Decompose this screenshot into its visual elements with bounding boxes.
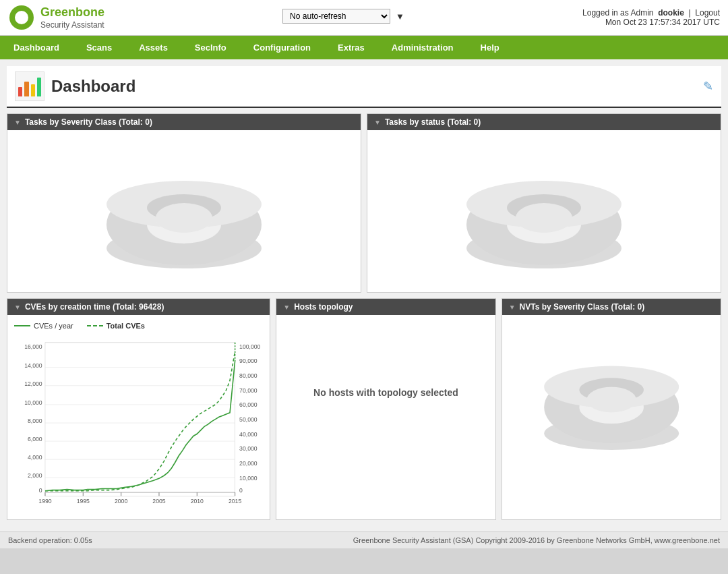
no-hosts-text: No hosts with topology selected — [313, 387, 458, 398]
cve-body: CVEs / year Total CVEs 16,000 14,000 12, — [7, 315, 270, 519]
nvt-donut — [509, 328, 714, 463]
nav-assets[interactable]: Assets — [125, 36, 181, 59]
svg-text:40,000: 40,000 — [239, 431, 257, 438]
cve-chevron[interactable]: ▼ — [14, 304, 21, 311]
topology-header: ▼ Hosts topology — [276, 299, 495, 315]
svg-point-63 — [586, 387, 636, 413]
legend-solid-line — [14, 325, 30, 326]
severity-class-title: Tasks by Severity Class (Total: 0) — [25, 117, 152, 127]
topology-title: Hosts topology — [294, 302, 353, 312]
nvt-title: NVTs by Severity Class (Total: 0) — [520, 302, 645, 312]
svg-text:20,000: 20,000 — [239, 460, 257, 467]
dashboard-grid: ▼ Tasks by Severity Class (Total: 0) — [7, 113, 721, 520]
bottom-row: ▼ CVEs by creation time (Total: 96428) C… — [7, 298, 721, 520]
nvt-chevron[interactable]: ▼ — [509, 304, 516, 311]
severity-donut-container — [14, 144, 354, 279]
dropdown-arrow: ▼ — [396, 11, 404, 22]
refresh-select[interactable]: No auto-refresh — [282, 9, 390, 24]
header: G Greenbone Security Assistant No auto-r… — [0, 0, 728, 36]
svg-text:100,000: 100,000 — [239, 343, 260, 350]
page-title-area: Dashboard ✎ — [7, 66, 721, 108]
topology-body: No hosts with topology selected — [276, 315, 495, 470]
topology-chevron[interactable]: ▼ — [283, 304, 290, 311]
status-panel: ▼ Tasks by status (Total: 0) — [367, 113, 721, 293]
nav-administration[interactable]: Administration — [378, 36, 467, 59]
cve-chart-area: 16,000 14,000 12,000 10,000 8,000 6,000 … — [14, 335, 263, 513]
svg-text:80,000: 80,000 — [239, 372, 257, 379]
svg-text:2000: 2000 — [115, 498, 127, 505]
svg-text:0: 0 — [239, 487, 243, 494]
svg-text:10,000: 10,000 — [239, 475, 257, 482]
legend-solid-label: CVEs / year — [34, 322, 73, 330]
cve-legend: CVEs / year Total CVEs — [14, 322, 145, 330]
content: Dashboard ✎ ▼ Tasks by Severity Class (T… — [0, 59, 728, 532]
svg-text:70,000: 70,000 — [239, 387, 257, 394]
datetime: Mon Oct 23 17:57:34 2017 UTC — [605, 18, 720, 27]
svg-rect-35 — [45, 343, 235, 496]
svg-point-14 — [516, 203, 572, 233]
status-donut — [374, 144, 714, 279]
svg-text:60,000: 60,000 — [239, 401, 257, 408]
svg-text:0: 0 — [39, 487, 42, 494]
logged-in-label: Logged in as Admin — [582, 8, 653, 18]
status-header: ▼ Tasks by status (Total: 0) — [367, 114, 721, 130]
severity-class-panel: ▼ Tasks by Severity Class (Total: 0) — [7, 113, 361, 293]
nav-dashboard[interactable]: Dashboard — [0, 36, 73, 59]
status-body — [367, 130, 721, 292]
cve-chart-svg: 16,000 14,000 12,000 10,000 8,000 6,000 … — [14, 335, 263, 511]
legend-cves-per-year: CVEs / year — [14, 322, 73, 330]
cve-header: ▼ CVEs by creation time (Total: 96428) — [7, 299, 270, 315]
severity-donut — [14, 144, 354, 279]
nav-scans[interactable]: Scans — [73, 36, 125, 59]
nav-help[interactable]: Help — [467, 36, 513, 59]
severity-class-body — [7, 130, 361, 292]
svg-text:16,000: 16,000 — [24, 343, 42, 350]
status-chevron[interactable]: ▼ — [374, 119, 381, 126]
legend-dashed-line — [87, 325, 103, 326]
nvt-header: ▼ NVTs by Severity Class (Total: 0) — [502, 299, 721, 315]
svg-text:90,000: 90,000 — [239, 357, 257, 364]
nvt-body — [502, 315, 721, 477]
footer: Backend operation: 0.05s Greenbone Secur… — [0, 532, 728, 548]
svg-text:12,000: 12,000 — [24, 380, 42, 387]
svg-text:8,000: 8,000 — [28, 418, 42, 424]
top-row: ▼ Tasks by Severity Class (Total: 0) — [7, 113, 721, 293]
svg-text:10,000: 10,000 — [24, 399, 42, 406]
edit-dashboard-button[interactable]: ✎ — [703, 79, 713, 94]
brand-subtitle: Security Assistant — [40, 20, 104, 30]
brand-name: Greenbone — [40, 5, 104, 20]
cve-title: CVEs by creation time (Total: 96428) — [25, 302, 164, 312]
svg-text:6,000: 6,000 — [28, 436, 42, 442]
svg-text:1995: 1995 — [77, 498, 90, 505]
nav-secinfo[interactable]: SecInfo — [181, 36, 240, 59]
nvt-donut-container — [509, 328, 714, 463]
logo-area: G Greenbone Security Assistant — [8, 4, 104, 31]
svg-text:2,000: 2,000 — [28, 472, 42, 479]
page-title: Dashboard — [51, 77, 135, 96]
logout-link[interactable]: Logout — [695, 8, 720, 18]
svg-text:14,000: 14,000 — [24, 362, 42, 369]
svg-text:G: G — [18, 12, 26, 24]
svg-text:4,000: 4,000 — [28, 454, 42, 461]
nav-configuration[interactable]: Configuration — [240, 36, 324, 59]
nvt-panel: ▼ NVTs by Severity Class (Total: 0) — [502, 298, 721, 520]
nav-extras[interactable]: Extras — [324, 36, 378, 59]
legend-dashed-label: Total CVEs — [107, 322, 145, 330]
navbar: Dashboard Scans Assets SecInfo Configura… — [0, 36, 728, 59]
svg-text:2015: 2015 — [229, 498, 241, 505]
svg-text:2005: 2005 — [152, 498, 165, 505]
svg-text:50,000: 50,000 — [239, 416, 257, 423]
status-title: Tasks by status (Total: 0) — [385, 117, 481, 127]
greenbone-logo: G — [8, 4, 35, 31]
legend-total-cves: Total CVEs — [87, 322, 145, 330]
topology-panel: ▼ Hosts topology No hosts with topology … — [276, 298, 495, 520]
dashboard-icon — [15, 71, 44, 101]
copyright-text: Greenbone Security Assistant (GSA) Copyr… — [353, 536, 720, 544]
username: dookie — [658, 8, 684, 18]
logo-text: Greenbone Security Assistant — [40, 5, 104, 30]
severity-chevron[interactable]: ▼ — [14, 119, 21, 126]
cve-panel: ▼ CVEs by creation time (Total: 96428) C… — [7, 298, 270, 520]
svg-text:1990: 1990 — [38, 498, 51, 505]
page-title-left: Dashboard — [15, 71, 135, 101]
backend-operation: Backend operation: 0.05s — [8, 536, 92, 544]
